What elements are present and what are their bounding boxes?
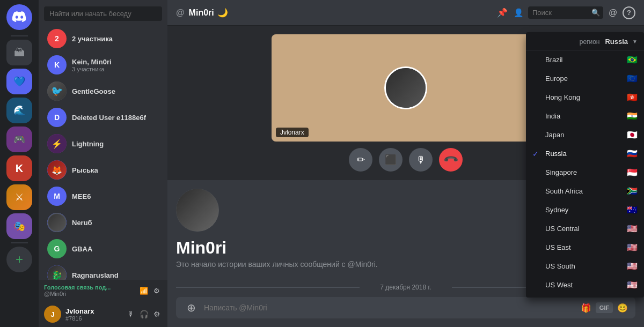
video-controls: ✏ ⬛ 🎙 📞 [349,148,463,172]
region-option-us-east[interactable]: US East 🇺🇸 [526,238,644,257]
dm-item-mee6[interactable]: M MEE6 [42,183,164,209]
region-option-sydney[interactable]: Sydney 🇦🇺 [526,200,644,219]
region-option-south-africa[interactable]: South Africa 🇿🇦 [526,182,644,200]
dm-item-kein-minori[interactable]: K Kein, Min0ri 3 участника [42,52,164,78]
dm-item-gbaa[interactable]: G GBAA [42,236,164,262]
intro-avatar [176,189,219,232]
end-call-button[interactable]: 📞 [434,143,467,176]
dm-avatar-2users: 2 [47,29,67,48]
dm-item-ragnarusland[interactable]: 🐉 Ragnarusland [42,262,164,280]
user-tag: #7816 [65,315,121,322]
video-participant-label: Jvlonarx [276,128,309,137]
dropdown-chevron-icon: ▼ [632,39,638,44]
voice-settings-icon[interactable]: ⚙ [151,285,162,296]
region-option-us-south[interactable]: US South 🇺🇸 [526,257,644,276]
settings-button[interactable]: ⚙ [151,309,162,319]
user-area: J Jvlonarx #7816 🎙 🎧 ⚙ [39,301,167,327]
region-option-russia[interactable]: ✓ Russia 🇷🇺 [526,144,644,163]
server-item-wave[interactable]: 🌊 [6,98,32,123]
voice-user: @Min0ri [44,291,111,297]
dm-avatar-deleted: D [47,108,67,127]
region-option-hongkong[interactable]: Hong Kong 🇭🇰 [526,88,644,107]
region-option-brazil[interactable]: Brazil 🇧🇷 [526,50,644,69]
checkmark-icon: ✓ [532,150,541,158]
discord-logo-button[interactable] [6,4,32,30]
at-symbol: @ [176,8,185,18]
video-participant-avatar [384,66,427,109]
dm-avatar-mee6: M [47,187,67,206]
header-title: Min0ri 🌙 [189,8,228,18]
dm-search-area [39,0,167,25]
dm-item-ryska[interactable]: 🦊 Рыська [42,157,164,183]
region-option-europe[interactable]: Europe 🇪🇺 [526,69,644,88]
server-item-img2[interactable]: 🎭 [6,213,32,239]
singapore-flag: 🇸🇬 [627,167,638,177]
us-east-flag: 🇺🇸 [627,242,638,252]
pencil-button[interactable]: ✏ [349,148,372,172]
region-option-us-west[interactable]: US West 🇺🇸 [526,276,644,294]
server-item-k[interactable]: K [6,155,32,181]
russia-flag: 🇷🇺 [627,148,638,159]
dropdown-header: регион Russia ▼ [526,35,644,50]
us-central-flag: 🇺🇸 [627,224,638,234]
main-content: @ Min0ri 🌙 📌 👤 🔍 @ ? Jvlonarx ✏ ⬛ [167,0,644,327]
intro-text: Это начало истории ваших личных сообщени… [176,260,378,269]
dm-item-nerub[interactable]: Neruб [42,210,164,235]
region-dropdown: регион Russia ▼ Brazil 🇧🇷 Europe 🇪🇺 [526,32,644,298]
server-item-blue[interactable]: 💙 [6,69,32,94]
dropdown-label: регион [580,38,600,46]
at-button[interactable]: @ [606,6,619,19]
gif-button[interactable]: GIF [596,302,613,313]
intro-name: Min0ri [176,238,226,258]
help-button[interactable]: ? [623,6,635,19]
mic-button[interactable]: 🎙 [126,309,136,319]
channel-name: Min0ri [189,8,214,18]
south-africa-flag: 🇿🇦 [627,186,638,196]
chat-input-box: ⊕ 🎁 GIF 😊 [176,297,635,318]
mute-button[interactable]: 🎙 [409,148,433,172]
add-friend-button[interactable]: 👤 [512,6,525,19]
message-input[interactable] [204,297,575,318]
region-option-singapore[interactable]: Singapore 🇸🇬 [526,163,644,182]
hongkong-flag: 🇭🇰 [627,92,638,102]
voice-signal-icon[interactable]: 📶 [138,285,149,296]
server-sidebar: 🏔 💙 🌊 🎮 K ⚔ 🎭 + [0,0,39,327]
add-server-button[interactable]: + [6,247,32,272]
emoji-button[interactable]: 😊 [616,301,629,314]
india-flag: 🇮🇳 [627,111,638,121]
pin-button[interactable]: 📌 [496,6,509,19]
dm-avatar-nerub [47,213,67,232]
region-option-india[interactable]: India 🇮🇳 [526,107,644,125]
gift-button[interactable]: 🎁 [580,301,592,314]
video-frame: Jvlonarx [272,34,540,142]
dm-item-lightning[interactable]: ⚡ Lightning [42,131,164,157]
user-name: Jvlonarx [65,307,121,315]
us-south-flag: 🇺🇸 [627,261,638,271]
chat-header: @ Min0ri 🌙 📌 👤 🔍 @ ? [167,0,644,26]
dropdown-selected-value: Russia [605,38,628,46]
europe-flag: 🇪🇺 [627,73,638,84]
server-item-cave[interactable]: 🏔 [6,40,32,65]
server-separator [11,35,28,36]
screen-share-button[interactable]: ⬛ [379,148,402,172]
moon-emoji: 🌙 [217,8,228,18]
us-west-flag: 🇺🇸 [627,280,638,290]
dm-item-2users[interactable]: 2 2 участника [42,26,164,51]
headphone-button[interactable]: 🎧 [138,309,149,319]
sydney-flag: 🇦🇺 [627,205,638,215]
attach-button[interactable]: ⊕ [182,299,200,316]
server-item-img1[interactable]: ⚔ [6,184,32,210]
dm-avatar-gentlegoose: 🐦 [47,81,67,101]
server-separator-2 [11,242,28,243]
search-input[interactable] [44,6,162,21]
user-avatar: J [44,306,61,323]
dm-sidebar: 2 2 участника K Kein, Min0ri 3 участника… [39,0,167,327]
region-option-japan[interactable]: Japan 🇯🇵 [526,125,644,144]
dm-avatar-ragnarusland: 🐉 [47,265,67,280]
dm-item-deleted[interactable]: D Deleted User e1188e6f [42,105,164,130]
region-option-us-central[interactable]: US Central 🇺🇸 [526,219,644,238]
server-item-game[interactable]: 🎮 [6,127,32,152]
dm-avatar-gbaa: G [47,239,67,258]
voice-status: Голосовая связь под... [44,284,111,291]
dm-item-gentlegoose[interactable]: 🐦 GentleGoose [42,78,164,104]
